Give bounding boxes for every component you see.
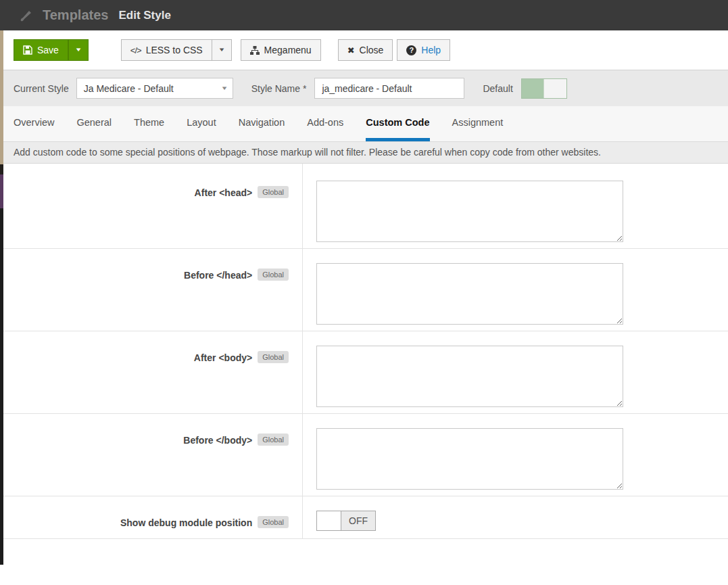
floppy-disk-icon [23,45,32,55]
before-head-label-cell: Before </head>Global [3,249,303,331]
after-head-field-cell [303,164,728,248]
save-button[interactable]: Save [14,39,68,61]
close-label: Close [360,45,384,55]
before-head-textarea[interactable] [316,263,623,325]
global-badge: Global [258,434,289,446]
after-body-field-cell [303,331,728,413]
code-icon: </> [130,45,141,55]
close-button[interactable]: ✖ Close [338,39,393,61]
after-body-textarea[interactable] [316,346,623,407]
style-tabs: Overview General Theme Layout Navigation… [0,106,728,142]
before-body-textarea[interactable] [316,428,623,490]
less-to-css-label: LESS to CSS [146,45,203,55]
current-style-select[interactable]: Ja Medicare - Default ▼ [76,78,233,99]
toolbar: Save ▼ </> LESS to CSS ▼ Megamenu ✖ Clos… [0,30,728,70]
after-head-label-cell: After <head>Global [3,164,303,248]
sitemap-icon [250,46,260,55]
toggle-handle [317,511,341,530]
toggle-on-segment [522,79,544,98]
before-body-label-cell: Before </body>Global [3,414,303,496]
default-toggle[interactable] [521,78,567,99]
debug-module-field-cell: OFF [303,496,728,538]
before-head-row: Before </head>Global [3,249,728,331]
custom-code-info-text: Add custom code to some special position… [0,142,728,164]
question-mark-icon: ? [406,45,416,55]
chevron-down-icon: ▼ [74,47,82,53]
after-head-label: After <head> [195,187,253,198]
debug-module-label: Show debug module position [120,517,252,528]
tab-layout[interactable]: Layout [187,106,216,141]
after-body-row: After <body>Global [3,331,728,414]
less-to-css-button[interactable]: </> LESS to CSS [121,39,212,61]
global-badge: Global [258,516,289,528]
chevron-down-icon: ▼ [218,47,225,53]
debug-module-row: Show debug module positionGlobal OFF [3,496,728,539]
tab-navigation[interactable]: Navigation [239,106,285,141]
megamenu-label: Megamenu [264,45,312,55]
global-badge: Global [258,351,289,363]
save-dropdown-toggle[interactable]: ▼ [68,39,89,61]
toggle-handle [543,79,566,98]
current-style-value: Ja Medicare - Default [84,83,174,94]
current-style-label: Current Style [14,83,69,94]
debug-module-toggle[interactable]: OFF [316,511,376,531]
less-to-css-button-group: </> LESS to CSS ▼ [121,39,232,61]
toggle-state-label: OFF [341,511,375,530]
before-body-field-cell [303,414,728,496]
global-badge: Global [258,268,289,281]
admin-topbar: Templates Edit Style [0,0,728,30]
after-body-label-cell: After <body>Global [3,331,303,413]
default-label: Default [483,83,512,94]
before-body-row: Before </body>Global [3,414,728,496]
chevron-down-icon: ▼ [220,86,228,91]
tab-custom-code[interactable]: Custom Code [366,106,429,141]
tab-overview[interactable]: Overview [14,106,54,141]
app-title: Templates [43,7,108,23]
tab-theme[interactable]: Theme [134,106,164,141]
after-head-textarea[interactable] [316,181,623,242]
save-button-group: Save ▼ [14,39,89,61]
page-title: Edit Style [118,9,170,22]
after-body-label: After <body> [194,352,252,363]
save-label: Save [37,45,59,55]
less-to-css-dropdown-toggle[interactable]: ▼ [212,39,232,61]
before-head-field-cell [303,249,728,331]
megamenu-button[interactable]: Megamenu [241,39,321,61]
tab-general[interactable]: General [76,106,112,141]
before-head-label: Before </head> [184,270,252,281]
style-name-input[interactable] [314,78,464,99]
style-settings-bar: Current Style Ja Medicare - Default ▼ St… [0,70,728,106]
style-name-label: Style Name * [251,83,307,94]
custom-code-form: After <head>Global Before </head>Global … [3,164,728,539]
global-badge: Global [258,186,289,198]
paintbrush-icon [19,8,34,23]
debug-module-label-cell: Show debug module positionGlobal [3,496,303,538]
help-label: Help [421,45,441,55]
after-head-row: After <head>Global [3,164,728,249]
tab-assignment[interactable]: Assignment [452,106,504,141]
help-button[interactable]: ? Help [397,39,450,61]
tab-add-ons[interactable]: Add-ons [307,106,343,141]
background-page-edge [0,30,3,585]
close-icon: ✖ [347,45,355,55]
before-body-label: Before </body> [183,435,252,446]
